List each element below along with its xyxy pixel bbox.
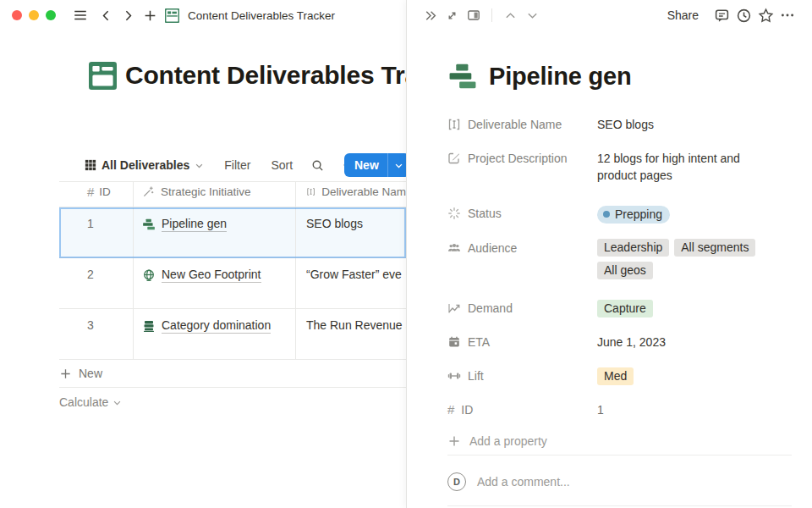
previous-record-icon[interactable]: [499, 4, 521, 26]
share-button[interactable]: Share: [667, 8, 699, 22]
comment-input-row[interactable]: D Add a comment...: [447, 472, 570, 491]
breadcrumb[interactable]: Content Deliverables Tracker: [188, 9, 335, 22]
property-label[interactable]: Audience: [447, 239, 597, 257]
new-record-dropdown[interactable]: [387, 153, 406, 177]
page-table-icon: [161, 4, 183, 26]
property-label[interactable]: Demand: [447, 299, 597, 318]
maximize-window-button[interactable]: [46, 10, 56, 20]
cell-id[interactable]: 1: [59, 207, 134, 257]
page-table-icon: [89, 62, 117, 90]
bars-chart-icon: [447, 61, 478, 91]
page-link[interactable]: Pipeline gen: [162, 217, 227, 232]
favorite-star-icon[interactable]: [754, 4, 776, 26]
column-header-strategic-initiative[interactable]: Strategic Initiative: [134, 182, 296, 207]
more-options-icon[interactable]: [776, 4, 798, 26]
sidebar-toggle-icon[interactable]: [69, 4, 91, 26]
property-label[interactable]: Status: [447, 204, 597, 223]
cell-deliverable-name[interactable]: The Run Revenue S: [296, 309, 406, 359]
table-row[interactable]: 3 Category domination The Run Revenue S: [59, 309, 406, 360]
cell-strategic-initiative[interactable]: Pipeline gen: [134, 207, 296, 257]
close-peek-icon[interactable]: [419, 4, 441, 26]
page-title[interactable]: Content Deliverables Tracker: [125, 61, 406, 90]
next-record-icon[interactable]: [521, 4, 543, 26]
property-row-lift: Lift Med: [447, 367, 793, 385]
edit-icon: [447, 152, 461, 165]
cell-deliverable-name[interactable]: SEO blogs: [296, 207, 406, 257]
section-divider: [447, 455, 792, 456]
property-value[interactable]: 12 blogs for high intent and product pag…: [597, 149, 758, 184]
section-divider: [447, 505, 792, 506]
property-list: Deliverable Name SEO blogs Project Descr…: [447, 115, 793, 448]
record-title[interactable]: Pipeline gen: [489, 63, 631, 91]
page-title-block: Content Deliverables Tracker: [89, 61, 406, 90]
add-new-row-button[interactable]: New: [59, 360, 406, 388]
property-label[interactable]: ETA: [447, 333, 597, 351]
add-property-button[interactable]: Add a property: [447, 434, 793, 448]
property-label[interactable]: Project Description: [447, 149, 597, 168]
tag-badge[interactable]: Leadership: [597, 239, 669, 257]
property-row-id: # ID 1: [447, 400, 793, 419]
table-row[interactable]: 1 Pipeline gen SEO blogs: [59, 207, 406, 258]
filter-button[interactable]: Filter: [224, 158, 250, 172]
sort-button[interactable]: Sort: [271, 158, 293, 172]
window-controls: [12, 10, 56, 20]
cell-id[interactable]: 3: [59, 309, 134, 359]
property-value[interactable]: 1: [597, 400, 793, 418]
calculate-button[interactable]: Calculate: [59, 388, 406, 417]
spinner-icon: [447, 207, 461, 220]
tag-badge[interactable]: All geos: [597, 262, 653, 279]
comments-icon[interactable]: [710, 4, 732, 26]
open-full-page-icon[interactable]: [441, 4, 463, 26]
notion-window: Content Deliverables Tracker Content Del…: [0, 0, 812, 508]
close-window-button[interactable]: [12, 10, 22, 20]
chevron-down-icon: [394, 161, 403, 170]
property-label[interactable]: Lift: [447, 367, 597, 385]
page-link[interactable]: Category domination: [162, 318, 271, 334]
status-badge[interactable]: Prepping: [597, 206, 670, 224]
property-label[interactable]: Deliverable Name: [447, 115, 597, 134]
property-row-eta: ETA June 1, 2023: [447, 333, 793, 351]
property-label[interactable]: # ID: [447, 400, 597, 419]
cell-strategic-initiative[interactable]: Category domination: [134, 309, 296, 359]
property-row-audience: Audience Leadership All segments All geo…: [447, 239, 793, 279]
status-dot-icon: [603, 211, 610, 218]
calendar-icon: [447, 335, 461, 349]
column-header-id[interactable]: # ID: [59, 182, 134, 207]
people-icon: [447, 241, 461, 255]
tag-badge[interactable]: All segments: [674, 239, 755, 257]
search-icon[interactable]: [311, 159, 324, 172]
chevron-down-icon: [195, 161, 204, 170]
cell-deliverable-name[interactable]: “Grow Faster” eve: [296, 258, 406, 308]
minimize-window-button[interactable]: [29, 10, 39, 20]
nav-back-button[interactable]: [95, 4, 117, 26]
text-field-icon: [306, 185, 315, 198]
view-tab-all-deliverables[interactable]: All Deliverables: [85, 158, 204, 172]
side-peek-mode-icon[interactable]: [463, 4, 485, 26]
nav-forward-button[interactable]: [117, 4, 139, 26]
table-row[interactable]: 2 New Geo Footprint “Grow Faster” eve: [59, 258, 406, 309]
peek-toolbar: Share: [407, 0, 812, 30]
property-value[interactable]: SEO blogs: [597, 115, 793, 133]
property-value[interactable]: June 1, 2023: [597, 333, 793, 351]
new-tab-button[interactable]: [139, 4, 161, 26]
new-record-button[interactable]: New: [344, 153, 406, 177]
trend-chart-icon: [447, 301, 461, 315]
text-field-icon: [447, 118, 461, 131]
updates-clock-icon[interactable]: [732, 4, 754, 26]
database-table: # ID Strategic Initiative Deliverable Na…: [59, 181, 406, 417]
page-link[interactable]: New Geo Footprint: [162, 268, 261, 283]
magic-wand-icon: [142, 185, 155, 198]
window-titlebar: Content Deliverables Tracker: [0, 0, 406, 30]
comment-input[interactable]: Add a comment...: [477, 475, 570, 489]
cell-strategic-initiative[interactable]: New Geo Footprint: [134, 258, 296, 308]
column-header-deliverable-name[interactable]: Deliverable Nam: [296, 182, 406, 207]
cell-id[interactable]: 2: [59, 258, 134, 308]
record-title-block: Pipeline gen: [447, 61, 631, 91]
property-row-demand: Demand Capture: [447, 299, 793, 318]
tag-badge[interactable]: Med: [597, 367, 634, 385]
plus-icon: [59, 367, 72, 380]
table-view-icon: [85, 159, 96, 171]
tag-badge[interactable]: Capture: [597, 300, 653, 318]
bars-chart-icon: [142, 218, 156, 231]
property-row-status: Status Prepping: [447, 204, 793, 224]
